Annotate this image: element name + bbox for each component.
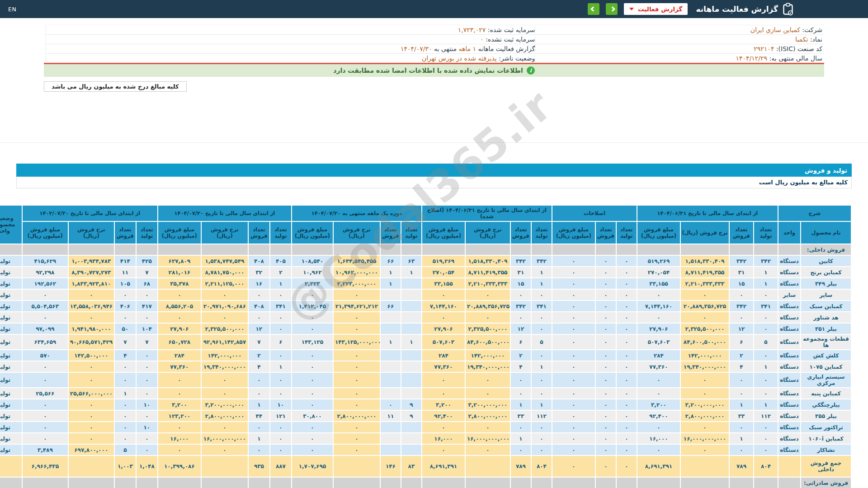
value-cell: ۰ [333, 388, 380, 399]
previous-report-button[interactable] [588, 3, 599, 15]
report-period-ending-date: ۱۴۰۴/۰۷/۳۰ [401, 45, 432, 52]
value-cell: ۰ [552, 444, 595, 455]
value-cell: ۰ [422, 312, 465, 323]
production-sales-section: تولید و فروش کلیه مبالغ به میلیون ریال ا… [16, 164, 852, 488]
value-cell: ۳۳,۱۵۵ [422, 278, 465, 289]
value-cell: ۵۷۰ [22, 350, 68, 361]
unit-cell: دستگاه [778, 388, 801, 399]
value-cell: ۰ [552, 361, 595, 372]
value-cell: ۷۷,۳۶۰ [422, 361, 465, 372]
value-cell: ۰ [510, 422, 531, 433]
column-header: نرخ فروش (ریال) [68, 221, 114, 244]
value-cell: ۱,۵۱۸,۳۳۰,۴۰۹ [680, 255, 729, 267]
value-cell: ۰ [270, 388, 292, 399]
value-cell [401, 300, 422, 312]
amounts-note-box: کلیه مبالغ درج شده به میلیون ریال می باش… [44, 81, 187, 92]
report-type-dropdown[interactable]: گزارش فعالیت [624, 3, 688, 15]
value-cell [729, 244, 754, 255]
value-cell: ۹۲,۲۹۸ [22, 267, 68, 278]
value-cell: ۰ [333, 323, 380, 334]
status-cell: تولید [0, 300, 22, 312]
value-cell: ۸,۶۹۱,۳۹۱ [637, 455, 680, 477]
value-cell: ۷ [248, 334, 270, 350]
value-cell: ۲,۳۲۵,۵۰۰,۰۰۰ [201, 323, 248, 334]
value-cell: ۶۶ [380, 300, 401, 312]
page-divider [0, 142, 868, 143]
unregistered-capital-field: سرمایه ثبت نشده: ۰ [46, 36, 535, 43]
value-cell: ۰ [531, 289, 552, 300]
value-cell: ۰ [292, 422, 333, 433]
value-cell: ۰ [616, 372, 637, 388]
table-body: فروش داخلی:کابیندستگاه۳۴۲۳۴۲۱,۵۱۸,۳۳۰,۴۰… [0, 244, 851, 488]
table-row: کمباین برنجدستگاه۱۳۱۸,۷۱۱,۴۱۹,۳۵۵۲۷۰,۰۵۴… [0, 267, 851, 278]
value-cell [465, 477, 510, 488]
value-cell: ۰ [270, 433, 292, 444]
value-cell: ۱۰ [136, 422, 158, 433]
value-cell: ۰ [616, 323, 637, 334]
value-cell: ۰ [333, 444, 380, 455]
section-row: فروش داخلی: [0, 244, 851, 255]
chevron-down-icon [629, 8, 634, 10]
unit-cell: دستگاه [778, 350, 801, 361]
value-cell: ۲۸۴ [422, 350, 465, 361]
value-cell: ۳۴۲ [531, 255, 552, 267]
unit-cell [778, 455, 801, 477]
value-cell: ۰ [680, 312, 729, 323]
value-cell [422, 477, 465, 488]
column-header: تعداد فروش [595, 221, 616, 244]
value-cell: ۷۸۹ [510, 455, 531, 477]
value-cell: ۰ [616, 444, 637, 455]
value-cell: ۰ [248, 289, 270, 300]
value-cell: ۴۰۵ [270, 255, 292, 267]
value-cell: ۱ [270, 278, 292, 289]
value-cell: ۰ [136, 444, 158, 455]
value-cell: ۱۵ [510, 278, 531, 289]
product-name-cell: کمباین پنبه [801, 388, 851, 399]
fiscal-year-field: سال مالی منتهی به: ۱۴۰۴/۱۲/۲۹ [535, 55, 822, 62]
value-cell: ۰ [552, 323, 595, 334]
value-cell: ۰ [270, 372, 292, 388]
value-cell: ۱ [754, 361, 778, 372]
value-cell: ۵,۵۰۴,۵۶۳ [22, 300, 68, 312]
value-cell [68, 455, 114, 477]
next-report-button[interactable] [606, 3, 618, 15]
language-toggle-en[interactable]: EN [8, 6, 16, 13]
value-cell: ۸,۵۵۶,۲۰۵ [158, 300, 201, 312]
value-cell: ۲ [510, 350, 531, 361]
value-cell: ۰ [114, 410, 136, 422]
value-cell: ۲۰,۸۸۹,۳۵۶,۷۲۵ [465, 300, 510, 312]
value-cell: ۱,۰۴۸ [136, 455, 158, 477]
value-cell: ۰ [22, 399, 68, 410]
value-cell: ۷,۱۴۴,۱۶۰ [637, 300, 680, 312]
value-cell: ۰ [552, 433, 595, 444]
top-bar: گزارش فعالیت ماهانه گزارش فعالیت EN [0, 0, 868, 18]
value-cell: ۰ [136, 372, 158, 388]
value-cell: ۰ [552, 278, 595, 289]
value-cell: ۱۴۳,۱۲۵ [292, 334, 333, 350]
value-cell: ۱۴۳,۱۲۵,۰۰۰,۰۰۰ [333, 334, 380, 350]
value-cell: ۱ [531, 361, 552, 372]
column-header: مبلغ فروش (میلیون ریال) [552, 221, 595, 244]
value-cell: ۱۶,۰۰۰ [158, 433, 201, 444]
registered-capital-field: سرمایه ثبت شده: ۱,۷۲۳,۰۲۷ [46, 26, 535, 33]
value-cell [401, 361, 422, 372]
value-cell: ۱,۸۳۳,۹۲۳,۸۱۰ [68, 278, 114, 289]
value-cell [680, 477, 729, 488]
column-group-header: وضعیت محصول-واحد [0, 205, 22, 244]
value-cell: ۵۰ [114, 323, 136, 334]
fiscal-year-label: سال مالی منتهی به: [769, 55, 822, 62]
value-cell: ۰ [729, 289, 754, 300]
value-cell [292, 244, 333, 255]
value-cell [754, 244, 778, 255]
value-cell: ۰ [201, 312, 248, 323]
production-sales-table: شرحاز ابتدای سال مالی تا تاریخ ۱۴۰۴/۰۶/۳… [0, 205, 852, 488]
value-cell [778, 477, 801, 488]
symbol-label: نماد: [810, 36, 822, 43]
value-cell: ۰ [465, 422, 510, 433]
value-cell [333, 244, 380, 255]
value-cell: ۱۰۴ [136, 323, 158, 334]
value-cell: ۰ [292, 323, 333, 334]
value-cell: ۰ [595, 433, 616, 444]
value-cell [333, 477, 380, 488]
value-cell: ۱ [754, 278, 778, 289]
